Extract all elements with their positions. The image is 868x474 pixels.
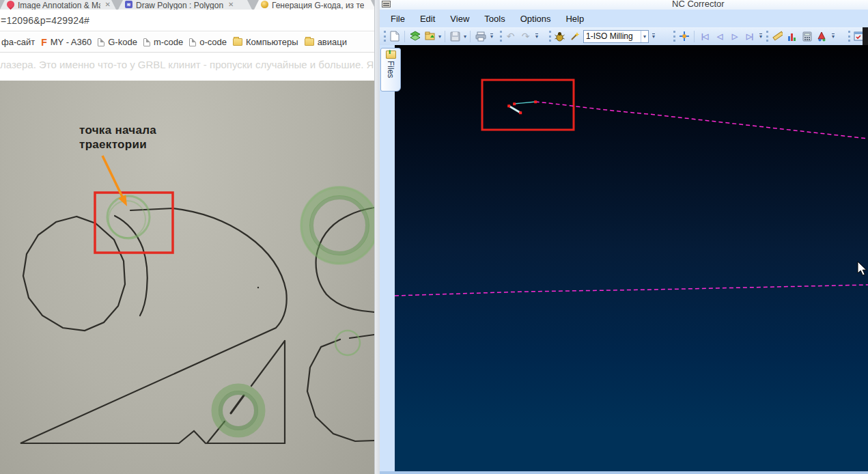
close-icon[interactable]: ✕ — [105, 1, 111, 8]
pin-icon — [5, 0, 16, 10]
menu-view[interactable]: View — [450, 14, 469, 24]
save-floppy-icon — [450, 31, 460, 42]
go-prev-button[interactable]: ◁ — [713, 30, 726, 43]
polygon-app-icon: ≋ — [125, 1, 132, 8]
toolbar-group-tools: ▾ — [766, 29, 836, 44]
tab-gcode-generation[interactable]: Генерация G-кода, из те — [254, 0, 376, 10]
debug-button[interactable] — [553, 30, 566, 43]
title-bar[interactable]: NC Corrector — [380, 0, 868, 10]
red-annotation-box-canvas — [482, 80, 574, 130]
app-icon — [382, 1, 391, 8]
menu-help[interactable]: Help — [565, 14, 584, 24]
green-circle-topright-inner — [311, 197, 367, 253]
toolbar-grip[interactable] — [766, 31, 768, 42]
address-bar[interactable]: =12096&p=429924# — [0, 10, 380, 31]
color-palette-icon — [817, 31, 827, 42]
toolbar-overflow[interactable]: ▾ — [652, 33, 655, 40]
bookmark-label: Компьютеры — [246, 37, 298, 47]
window-bottom-border — [380, 471, 868, 474]
redo-button[interactable]: ↷ — [519, 30, 532, 43]
rapid-line-lower — [395, 285, 868, 296]
layers-button[interactable] — [408, 30, 421, 43]
toolbar-group-undo: ↶ ↷ ▾ — [500, 29, 540, 44]
files-tab-label: Files — [386, 61, 395, 78]
page-icon — [189, 38, 196, 46]
go-last-button[interactable]: ▷| — [743, 30, 756, 43]
digit0-lower-arc-b — [307, 339, 374, 441]
dimmed-forum-text: лазера. Это именно что-то у GRBL клинит … — [0, 59, 380, 70]
go-first-button[interactable]: |◁ — [698, 30, 711, 43]
toolpath-start-segments — [507, 100, 537, 114]
bookmark-g-kode[interactable]: G-kode — [98, 37, 137, 47]
print-button[interactable] — [474, 30, 487, 43]
bookmarks-bar: фа-сайт F MY - A360 G-kode m-code o-code… — [0, 32, 380, 53]
toolbar-grip[interactable] — [384, 31, 386, 42]
measure-button[interactable] — [770, 30, 783, 43]
toolbar-grip[interactable] — [500, 31, 502, 42]
url-text[interactable]: =12096&p=429924# — [0, 15, 89, 26]
save-dropdown-arrow[interactable]: ▾ — [464, 33, 466, 40]
tab-label: Генерация G-кода, из те — [272, 1, 364, 10]
bookmark-my-a360[interactable]: F MY - A360 — [41, 37, 92, 47]
green-circle-topright — [305, 191, 374, 260]
new-file-icon — [390, 31, 400, 42]
bookmark-aviation-folder[interactable]: авиаци — [305, 37, 347, 47]
black-ink-strokes — [20, 208, 374, 443]
toolpath-canvas[interactable] — [395, 45, 868, 471]
folder-icon — [233, 38, 242, 46]
statistics-button[interactable] — [785, 30, 798, 43]
green-circle-small — [335, 331, 360, 355]
tab-label: Image Annotation & Ma — [18, 1, 100, 10]
open-dropdown-arrow[interactable]: ▾ — [438, 33, 441, 40]
center-view-button[interactable] — [677, 30, 690, 43]
stray-ink-dot — [257, 287, 259, 288]
new-file-button[interactable] — [388, 30, 401, 43]
toolbar-group-machine: 1-ISO Milling ▾ ▾ — [549, 29, 656, 44]
toolbar-overflow[interactable]: ▾ — [535, 33, 538, 40]
menu-bar: File Edit View Tools Options Help — [380, 10, 868, 27]
bookmark-label: o-code — [199, 37, 227, 47]
go-prev-icon: ◁ — [717, 32, 722, 41]
toolbar-overflow[interactable]: ▾ — [832, 33, 835, 40]
photo-of-drawing: точка начала траектории — [0, 81, 374, 474]
printer-icon — [475, 31, 486, 42]
tab-image-annotation[interactable]: Image Annotation & Ma ✕ — [0, 0, 116, 10]
open-file-button[interactable] — [423, 30, 436, 43]
menu-file[interactable]: File — [391, 14, 405, 24]
toolbar-grip[interactable] — [673, 31, 675, 42]
menu-options[interactable]: Options — [520, 14, 551, 24]
toolbar-grip[interactable] — [848, 31, 850, 42]
files-panel-strip — [380, 45, 395, 471]
toolbar-overflow[interactable]: ▾ — [490, 33, 493, 40]
undo-button[interactable]: ↶ — [504, 30, 517, 43]
toolbar-grip[interactable] — [549, 31, 551, 42]
calculator-button[interactable] — [800, 30, 813, 43]
bookmark-label: MY - A360 — [51, 37, 92, 47]
postprocessor-select[interactable]: 1-ISO Milling ▾ — [583, 30, 649, 43]
close-icon[interactable]: ✕ — [228, 1, 234, 8]
bookmark-m-code[interactable]: m-code — [143, 37, 183, 47]
go-next-button[interactable]: ▷ — [728, 30, 741, 43]
menu-tools[interactable]: Tools — [484, 14, 505, 24]
orange-arrow — [102, 156, 127, 206]
magic-wand-icon — [570, 31, 580, 42]
mouse-cursor — [858, 262, 867, 275]
redo-icon: ↷ — [522, 31, 530, 42]
triangle-hypotenuse-inner — [231, 395, 244, 413]
menu-edit[interactable]: Edit — [420, 14, 435, 24]
browser-window: Image Annotation & Ma ✕ ≋ Draw Polygon :… — [0, 0, 380, 474]
toolbar-overflow[interactable]: ▾ — [759, 33, 762, 40]
annotation-line2: траектории — [79, 137, 156, 152]
colors-button[interactable] — [815, 30, 828, 43]
save-button[interactable] — [449, 30, 462, 43]
bug-icon — [555, 31, 565, 42]
browser-tab-strip: Image Annotation & Ma ✕ ≋ Draw Polygon :… — [0, 0, 380, 10]
bookmark-fa-site[interactable]: фа-сайт — [1, 37, 35, 47]
tab-draw-polygon[interactable]: ≋ Draw Polygon : Polygon ✕ — [118, 0, 252, 10]
bookmark-computers-folder[interactable]: Компьютеры — [233, 37, 298, 47]
postprocessor-value: 1-ISO Milling — [586, 31, 633, 41]
files-panel-tab[interactable]: Files — [380, 48, 401, 92]
bookmark-o-code[interactable]: o-code — [189, 37, 227, 47]
wizard-button[interactable] — [568, 30, 581, 43]
digit0-lower-arc-a — [350, 335, 374, 338]
